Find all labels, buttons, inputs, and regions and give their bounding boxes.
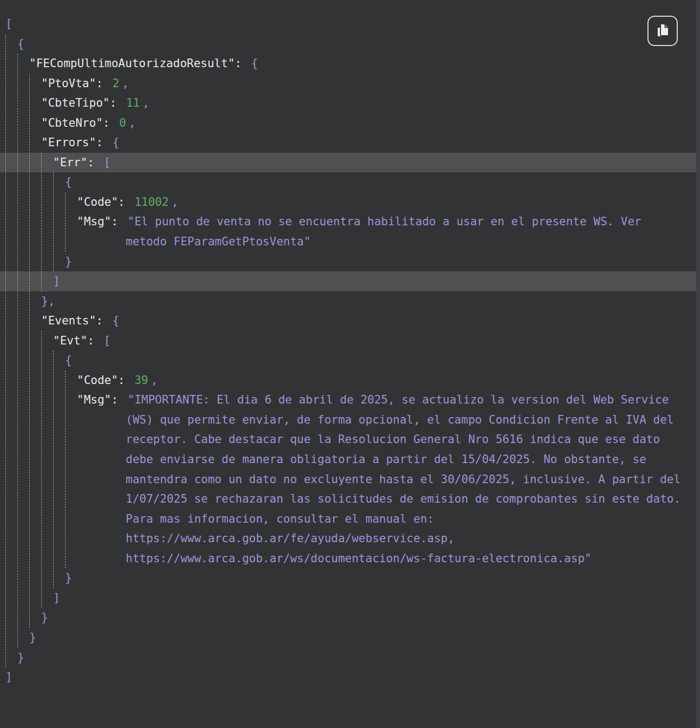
json-line: https://www.arca.gob.ar/fe/ayuda/webserv… [0,529,696,549]
json-number: 39 [134,374,148,387]
scrollbar-track[interactable] [696,0,700,728]
json-line: mantendra como un dato no excluyente has… [0,470,696,490]
json-line: ] [0,588,696,608]
json-line: { [0,350,696,370]
json-key: "Events": [41,314,109,327]
json-number: 11 [126,96,140,109]
json-punct: { [65,354,72,367]
json-line: "PtoVta": 2, [0,74,696,94]
json-punct: , [171,196,178,209]
json-line: "Msg": "El punto de venta no se encuentr… [0,212,696,232]
json-punct: ] [53,275,60,288]
json-string: https://www.arca.gob.ar/ws/documentacion… [126,552,592,565]
json-punct: [ [104,156,111,169]
json-string: (WS) que permite enviar, de forma opcion… [126,413,673,426]
json-punct: }, [41,295,55,308]
json-line: "Code": 39, [0,370,696,391]
json-line-highlighted[interactable]: ] [0,271,696,291]
json-key: "Code": [77,374,132,387]
json-string: "IMPORTANTE: El dia 6 de abril de 2025, … [128,393,669,406]
json-line: "Errors": { [0,133,696,153]
json-line: debe enviarse de manera obligatoria a pa… [0,450,696,470]
json-string: "El punto de venta no se encuentra habil… [128,215,641,228]
json-punct: , [142,96,150,109]
json-key: "CbteTipo": [41,96,124,109]
json-viewer-panel: [{"FECompUltimoAutorizadoResult": {"PtoV… [0,0,696,728]
json-line: "Events": { [0,311,696,331]
json-key: "Errors": [41,136,109,149]
json-string: https://www.arca.gob.ar/fe/ayuda/webserv… [126,532,455,545]
json-line-highlighted[interactable]: "Err": [ [0,153,696,173]
json-punct: ] [53,592,60,604]
json-line: "FECompUltimoAutorizadoResult": { [0,54,696,74]
json-code-block: [{"FECompUltimoAutorizadoResult": {"PtoV… [0,0,696,687]
json-punct: } [17,651,24,664]
json-punct: ] [5,671,12,684]
json-punct: [ [5,17,12,30]
json-string: Para mas informacion, consultar el manua… [126,512,434,525]
json-line: { [0,34,696,54]
json-line: Para mas informacion, consultar el manua… [0,509,696,529]
json-punct: { [251,57,258,70]
json-punct: { [65,176,72,188]
json-number: 11002 [134,196,168,209]
json-string: receptor. Cabe destacar que la Resolucio… [126,433,660,446]
json-line: } [0,568,696,588]
json-line: "Msg": "IMPORTANTE: El dia 6 de abril de… [0,390,696,410]
json-line: [ [0,14,696,34]
json-punct: , [151,374,158,387]
json-line: }, [0,291,696,311]
json-string: 1/07/2025 se rechazaran las solicitudes … [126,492,680,505]
json-line: "CbteTipo": 11, [0,93,696,113]
json-string: mantendra como un dato no excluyente has… [126,473,680,486]
json-line: "Code": 11002, [0,192,696,212]
json-key: "Err": [53,156,101,169]
json-line: https://www.arca.gob.ar/ws/documentacion… [0,549,696,569]
json-punct: [ [104,334,111,347]
json-string: metodo FEParamGetPtosVenta" [126,235,310,248]
json-number: 0 [119,116,126,129]
json-line: ] [0,667,696,687]
json-key: "FECompUltimoAutorizadoResult": [29,57,249,70]
json-punct: , [122,77,129,90]
json-punct: { [112,314,119,327]
json-punct: } [65,571,72,584]
json-key: "CbteNro": [41,116,116,129]
json-line: "Evt": [ [0,331,696,351]
json-key: "Msg": [77,393,125,406]
json-key: "Code": [77,196,132,209]
json-line: (WS) que permite enviar, de forma opcion… [0,410,696,430]
json-key: "Msg": [77,215,125,228]
json-line: receptor. Cabe destacar que la Resolucio… [0,430,696,450]
json-line: } [0,628,696,648]
json-line: } [0,608,696,628]
json-string: debe enviarse de manera obligatoria a pa… [126,453,646,466]
json-number: 2 [112,77,119,90]
json-line: } [0,648,696,668]
json-punct: } [29,631,36,644]
json-key: "PtoVta": [41,77,109,90]
json-line: "CbteNro": 0, [0,113,696,133]
json-punct: } [65,255,72,268]
copy-icon [654,22,671,40]
json-line: } [0,252,696,272]
copy-button[interactable] [647,16,678,46]
json-punct: { [112,136,119,149]
json-line: { [0,172,696,192]
json-line: 1/07/2025 se rechazaran las solicitudes … [0,489,696,509]
json-punct: , [129,116,136,129]
json-key: "Evt": [53,334,101,347]
json-punct: } [41,611,48,624]
json-punct: { [17,37,24,50]
json-line: metodo FEParamGetPtosVenta" [0,232,696,252]
